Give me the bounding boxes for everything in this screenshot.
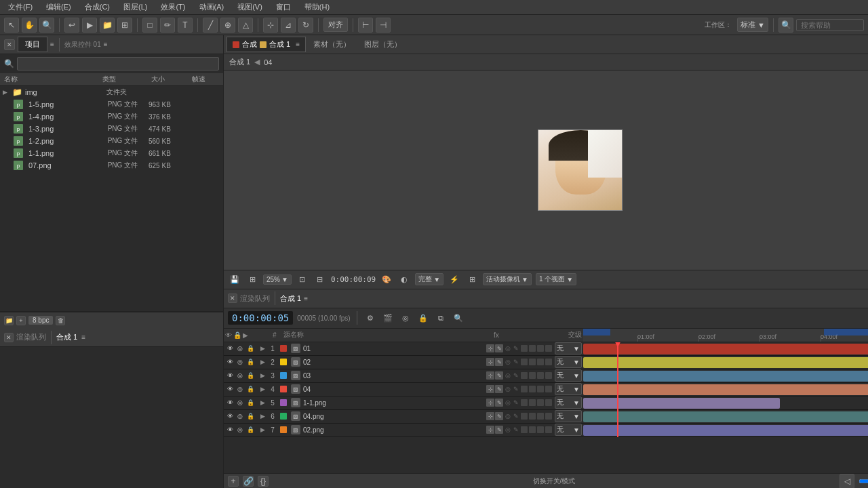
layer-play-btn[interactable]: ▶ — [260, 345, 265, 352]
blend-mode-dropdown[interactable]: 无▼ — [555, 369, 582, 382]
layer-action-btn[interactable]: ⊹ — [486, 385, 494, 393]
menu-help[interactable]: 帮助(H) — [299, 1, 335, 14]
camera-dropdown[interactable]: 活动摄像机 ▼ — [483, 273, 532, 285]
grid-btn[interactable]: ⊞ — [245, 272, 259, 286]
new-comp-tool[interactable]: ⊞ — [117, 18, 132, 33]
blend-mode-dropdown[interactable]: 无▼ — [555, 342, 582, 354]
timeline-tab-render[interactable]: 渲染队列 — [240, 293, 270, 304]
fit-btn[interactable]: ⊡ — [296, 272, 309, 286]
layer-small-btn[interactable]: ◎ — [505, 386, 511, 392]
layer-small-btn[interactable]: ◎ — [505, 359, 511, 365]
track-row[interactable] — [583, 383, 868, 396]
layer-action-btn[interactable]: ✎ — [495, 412, 503, 420]
col-size[interactable]: 大小 — [151, 75, 192, 84]
new-item-btn[interactable]: + — [16, 316, 26, 325]
puppet-tool[interactable]: ⊕ — [220, 18, 235, 33]
switch-mode-label[interactable]: 切换开关/模式 — [533, 476, 576, 486]
layer-control-btn[interactable]: 👁 — [225, 386, 235, 392]
comp1-tab[interactable]: 合成 1 — [56, 332, 77, 342]
menu-file[interactable]: 文件(F) — [3, 1, 38, 14]
layer-action-btn[interactable]: ✎ — [495, 426, 503, 434]
comp-menu[interactable]: ≡ — [81, 333, 85, 341]
timeline-zoom-slider[interactable] — [859, 479, 868, 483]
extra2[interactable]: ⊣ — [376, 18, 391, 33]
layer-action-btn[interactable]: ⊹ — [486, 371, 494, 380]
effects-tab[interactable]: 效果控件 01 — [64, 40, 101, 49]
panel-menu[interactable]: ≡ — [50, 41, 54, 48]
layer-control-btn[interactable]: 🔒 — [245, 386, 255, 392]
layer-small-btn[interactable]: ◎ — [505, 413, 511, 420]
tab-layer[interactable]: 图层（无） — [358, 37, 408, 52]
layer-small-btn[interactable]: ✎ — [513, 386, 519, 392]
zoom-dropdown[interactable]: 25% ▼ — [263, 274, 292, 285]
layer-play-btn[interactable]: ▶ — [260, 386, 265, 392]
render-queue-tab[interactable]: 渲染队列 — [16, 332, 46, 342]
undo-tool[interactable]: ↩ — [64, 18, 79, 33]
link-btn[interactable]: 🔗 — [243, 476, 254, 487]
layer-action-btn[interactable]: ✎ — [495, 385, 503, 393]
breadcrumb-arrow[interactable]: ◀ — [254, 58, 260, 66]
pen-tool[interactable]: ✏ — [160, 18, 175, 33]
menu-effects[interactable]: 效果(T) — [155, 1, 191, 14]
zoom-out-btn[interactable]: ◁ — [840, 474, 854, 489]
code-btn[interactable]: {} — [258, 476, 269, 487]
shape-tool[interactable]: △ — [238, 18, 253, 33]
list-item[interactable]: ▶ 📁 img 文件夹 — [0, 86, 223, 98]
layer-control-btn[interactable]: 🔒 — [245, 372, 255, 379]
import-tool[interactable]: 📁 — [100, 18, 115, 33]
layer-control-btn[interactable]: ◎ — [235, 426, 245, 433]
layer-control-btn[interactable]: ◎ — [235, 372, 245, 379]
layer-action-btn[interactable]: ✎ — [495, 399, 503, 407]
layer-play-btn[interactable]: ▶ — [260, 426, 265, 433]
tl-solo-btn[interactable]: ◎ — [399, 311, 412, 325]
layer-play-btn[interactable]: ▶ — [260, 399, 265, 406]
new-layer-btn[interactable]: + — [228, 476, 239, 487]
layer-control-btn[interactable]: 👁 — [225, 359, 235, 365]
layer-action-btn[interactable]: ✎ — [495, 371, 503, 380]
track-row[interactable] — [583, 410, 868, 424]
list-item[interactable]: p 07.png PNG 文件 625 KB — [0, 159, 223, 171]
view-dropdown[interactable]: 1 个视图 ▼ — [536, 273, 576, 285]
layer-small-btn[interactable]: ✎ — [513, 426, 519, 433]
timeline-tab-comp[interactable]: 合成 1 — [280, 293, 301, 304]
layer-control-btn[interactable]: ◎ — [235, 399, 245, 406]
anchor-tool[interactable]: ⊹ — [263, 18, 278, 33]
tl-motion-btn[interactable]: 🎬 — [381, 311, 395, 325]
track-row[interactable] — [583, 356, 868, 369]
effects-menu[interactable]: ≡ — [104, 41, 108, 48]
layer-small-btn[interactable]: ◎ — [505, 372, 511, 379]
brush-tool[interactable]: ╱ — [203, 18, 218, 33]
close-timeline-btn[interactable]: ✕ — [228, 293, 237, 303]
layer-play-btn[interactable]: ▶ — [260, 372, 265, 379]
layer-play-btn[interactable]: ▶ — [260, 359, 265, 365]
layer-control-btn[interactable]: 🔒 — [245, 413, 255, 420]
layer-action-btn[interactable]: ⊹ — [486, 412, 494, 420]
list-item[interactable]: p 1-3.png PNG 文件 474 KB — [0, 123, 223, 135]
blend-mode-dropdown[interactable]: 无▼ — [555, 356, 582, 368]
list-item[interactable]: p 1-2.png PNG 文件 560 KB — [0, 135, 223, 147]
col-type[interactable]: 类型 — [102, 75, 151, 84]
layer-control-btn[interactable]: ◎ — [235, 345, 245, 352]
track-row[interactable] — [583, 424, 868, 437]
layer-small-btn[interactable]: ✎ — [513, 345, 519, 352]
close-render-btn[interactable]: ✕ — [4, 333, 14, 342]
layer-small-btn[interactable]: ✎ — [513, 359, 519, 365]
layer-action-btn[interactable]: ⊹ — [486, 344, 494, 352]
layer-control-btn[interactable]: ◎ — [235, 386, 245, 392]
layer-play-btn[interactable]: ▶ — [260, 413, 265, 420]
layer-action-btn[interactable]: ⊹ — [486, 399, 494, 407]
select-tool[interactable]: ↖ — [4, 18, 19, 33]
layer-small-btn[interactable]: ✎ — [513, 413, 519, 420]
layer-action-btn[interactable]: ⊹ — [486, 358, 494, 366]
rotate-tool[interactable]: ↻ — [298, 18, 313, 33]
layer-row[interactable]: 👁◎🔒▶3▨03⊹✎◎✎无▼ — [224, 369, 583, 383]
layer-control-btn[interactable]: ◎ — [235, 359, 245, 365]
layer-control-btn[interactable]: 🔒 — [245, 345, 255, 352]
track-row[interactable] — [583, 342, 868, 356]
search-help-input[interactable] — [796, 19, 864, 31]
tl-settings-btn[interactable]: ⚙ — [363, 311, 377, 325]
layer-control-btn[interactable]: 🔒 — [245, 359, 255, 365]
blend-mode-dropdown[interactable]: 无▼ — [555, 396, 582, 409]
blend-mode-dropdown[interactable]: 无▼ — [555, 383, 582, 395]
camera-tool[interactable]: ⊿ — [281, 18, 296, 33]
